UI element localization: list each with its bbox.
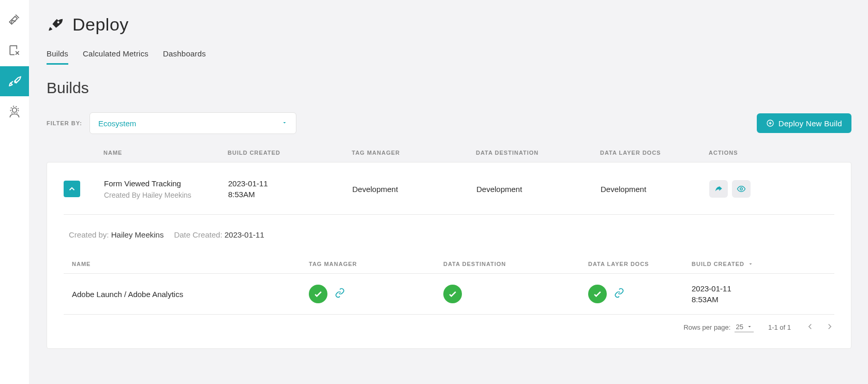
sidebar-item-deploy[interactable]	[0, 66, 29, 96]
pagination: Rows per page: 25 1-1 of 1	[64, 315, 834, 333]
builds-table-header: NAME BUILD CREATED TAG MANAGER DATA DEST…	[47, 150, 851, 162]
tab-dashboards[interactable]: Dashboards	[163, 49, 206, 65]
sub-data-layer-docs-cell	[588, 285, 692, 303]
date-created-value: 2023-01-11	[225, 230, 264, 239]
rows-per-page-label: Rows per page:	[683, 323, 730, 331]
col-name: NAME	[103, 150, 228, 156]
link-icon	[614, 288, 624, 298]
build-tag-manager: Development	[352, 184, 476, 195]
pencil-ruler-icon	[8, 12, 21, 26]
subcol-build-created[interactable]: BUILD CREATED	[692, 261, 826, 267]
rocket-icon	[47, 16, 64, 34]
chevron-up-icon	[67, 184, 77, 194]
col-data-destination: DATA DESTINATION	[476, 150, 600, 156]
eye-icon	[737, 184, 746, 194]
filter-row: FILTER BY: Ecosystem	[47, 112, 296, 134]
section-title: Builds	[47, 79, 851, 97]
page-title: Deploy	[72, 14, 129, 35]
pagination-range: 1-1 of 1	[768, 323, 791, 331]
subcol-name: NAME	[72, 261, 309, 267]
svg-point-0	[12, 108, 17, 112]
tab-calculated-metrics[interactable]: Calculated Metrics	[83, 49, 148, 65]
check-icon	[447, 289, 458, 299]
sort-desc-icon	[747, 261, 754, 267]
status-check	[443, 285, 462, 303]
col-tag-manager: TAG MANAGER	[352, 150, 476, 156]
status-check	[588, 285, 607, 303]
share-icon	[714, 184, 723, 194]
pager-controls	[805, 322, 834, 333]
next-page-button[interactable]	[825, 322, 834, 333]
rows-per-page-value: 25	[736, 323, 743, 331]
sidebar-item-user[interactable]	[0, 97, 29, 127]
tab-builds[interactable]: Builds	[47, 49, 68, 65]
sub-tag-manager-cell	[309, 285, 443, 303]
svg-point-1	[10, 106, 18, 114]
subtable-row: Adobe Launch / Adobe Analytics	[64, 274, 834, 315]
created-by-value: Hailey Meekins	[111, 230, 164, 239]
sidebar-item-edit[interactable]	[0, 35, 29, 65]
sub-row-created: 2023-01-11 8:53AM	[692, 283, 826, 305]
subtable-header: NAME TAG MANAGER DATA DESTINATION DATA L…	[64, 255, 834, 274]
tag-manager-link[interactable]	[335, 288, 345, 300]
page-header: Deploy	[47, 14, 851, 35]
caret-down-icon	[746, 323, 753, 330]
subcol-tag-manager: TAG MANAGER	[309, 261, 443, 267]
chevron-right-icon	[825, 322, 834, 331]
build-created-by: Created By Hailey Meekins	[104, 191, 228, 199]
deploy-button-label: Deploy New Build	[779, 119, 842, 128]
share-button[interactable]	[709, 180, 728, 198]
build-card: Form Viewed Tracking Created By Hailey M…	[47, 162, 851, 349]
rows-per-page: Rows per page: 25	[683, 323, 754, 332]
sidebar	[0, 0, 29, 384]
chevron-left-icon	[805, 322, 815, 331]
prev-page-button[interactable]	[805, 322, 815, 333]
toolbar: FILTER BY: Ecosystem Deploy New Build	[47, 112, 851, 134]
sidebar-item-design[interactable]	[0, 4, 29, 34]
rows-per-page-select[interactable]: 25	[735, 323, 753, 332]
filter-ecosystem-select[interactable]: Ecosystem	[89, 112, 296, 134]
plus-circle-icon	[766, 119, 774, 127]
subcol-data-destination: DATA DESTINATION	[443, 261, 588, 267]
check-icon	[313, 289, 323, 299]
check-icon	[592, 289, 603, 299]
astronaut-icon	[8, 106, 21, 119]
status-check	[309, 285, 327, 303]
table-row: Form Viewed Tracking Created By Hailey M…	[64, 163, 834, 215]
svg-point-3	[740, 188, 743, 190]
edit-document-icon	[8, 43, 21, 57]
build-data-layer-docs: Development	[601, 184, 709, 195]
filter-label: FILTER BY:	[47, 120, 82, 126]
main-content: Deploy Builds Calculated Metrics Dashboa…	[29, 0, 868, 384]
actions-cell	[709, 180, 834, 198]
col-data-layer-docs: DATA LAYER DOCS	[600, 150, 709, 156]
tabs: Builds Calculated Metrics Dashboards	[47, 49, 851, 65]
caret-down-icon	[281, 119, 288, 128]
subcol-data-layer-docs: DATA LAYER DOCS	[588, 261, 692, 267]
col-build-created: BUILD CREATED	[228, 150, 352, 156]
build-data-destination: Development	[476, 184, 601, 195]
col-actions: ACTIONS	[709, 150, 851, 156]
sub-row-name: Adobe Launch / Adobe Analytics	[72, 290, 309, 299]
date-created-label: Date Created:	[174, 230, 222, 239]
build-name: Form Viewed Tracking	[104, 179, 228, 188]
sub-data-destination-cell	[443, 285, 588, 303]
build-created-at: 2023-01-11 8:53AM	[228, 178, 352, 200]
created-by-label: Created by:	[69, 230, 109, 239]
docs-link[interactable]	[614, 288, 624, 300]
deploy-new-build-button[interactable]: Deploy New Build	[757, 113, 851, 133]
view-button[interactable]	[732, 180, 751, 198]
rocket-icon	[8, 75, 21, 88]
build-details-meta: Created by: Hailey Meekins Date Created:…	[64, 215, 834, 255]
expand-toggle-button[interactable]	[64, 181, 80, 197]
link-icon	[335, 288, 345, 298]
filter-value: Ecosystem	[98, 119, 136, 128]
